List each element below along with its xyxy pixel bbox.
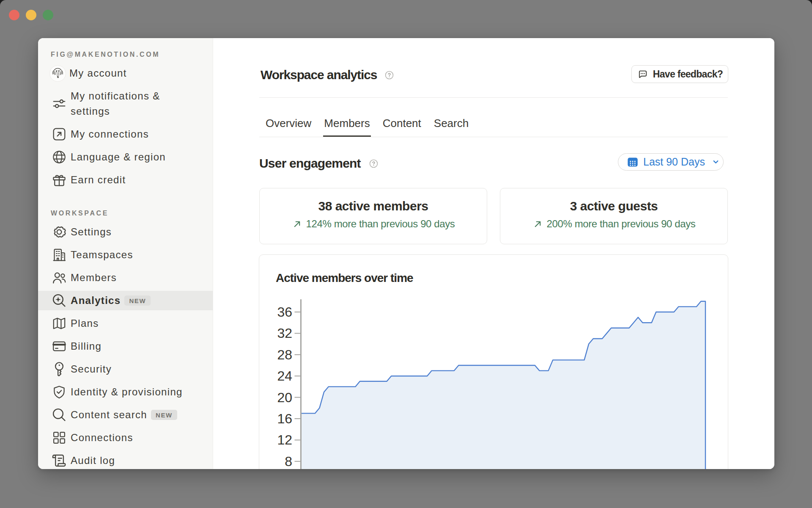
title-row: Workspace analytics	[261, 69, 394, 81]
sidebar-item-label: Audit log	[71, 453, 115, 468]
building-icon	[52, 248, 66, 262]
zoom-window-button[interactable]	[43, 10, 53, 20]
sidebar-item-label: My notifications & settings	[71, 88, 164, 119]
date-range-label: Last 90 Days	[643, 156, 705, 168]
sidebar-item-label: Identity & provisioning	[71, 384, 183, 400]
sidebar-item-my-account[interactable]: My account	[38, 62, 213, 85]
tab-search[interactable]: Search	[434, 115, 469, 137]
sidebar-item-earn-credit[interactable]: Earn credit	[38, 168, 213, 191]
tab-members[interactable]: Members	[324, 115, 370, 137]
window-controls	[9, 10, 53, 20]
stat-delta-label: 124% more than previous 90 days	[306, 218, 455, 230]
analytics-content: Workspace analytics Have feedback?	[213, 38, 774, 469]
have-feedback-button[interactable]: Have feedback?	[631, 65, 728, 83]
settings-modal: FIG@MAKENOTION.COM	[38, 38, 774, 469]
globe-icon	[52, 150, 66, 164]
help-icon[interactable]	[385, 71, 394, 80]
magnifier-icon	[52, 408, 66, 422]
stat-delta: 124% more than previous 90 days	[292, 218, 455, 230]
page-title: Workspace analytics	[261, 69, 377, 81]
stat-card-active-guests: 3 active guests 200% more than previous …	[500, 188, 728, 244]
section-title: User engagement	[259, 157, 361, 169]
svg-text:36: 36	[277, 304, 292, 320]
sidebar-item-settings[interactable]: Settings	[38, 221, 213, 243]
arrow-up-right-square-icon	[52, 127, 66, 141]
sidebar-item-label: Teamspaces	[71, 247, 133, 262]
sidebar-item-analytics[interactable]: Analytics NEW	[38, 289, 213, 312]
credit-card-icon	[52, 339, 66, 353]
new-badge: NEW	[124, 295, 151, 306]
sidebar-item-language-region[interactable]: Language & region	[38, 146, 213, 168]
svg-text:16: 16	[277, 411, 292, 426]
grid-icon	[52, 431, 66, 445]
have-feedback-label: Have feedback?	[653, 69, 723, 80]
key-icon	[52, 362, 66, 376]
sidebar-item-members[interactable]: Members	[38, 266, 213, 289]
sidebar-item-teamspaces[interactable]: Teamspaces	[38, 243, 213, 266]
sidebar-item-my-notifications-settings[interactable]: My notifications & settings	[38, 85, 213, 123]
gear-icon	[52, 225, 66, 239]
minimize-window-button[interactable]	[26, 10, 36, 20]
magnifier-sparkle-icon	[52, 293, 66, 308]
chevron-down-icon	[712, 158, 720, 166]
feedback-bubble-icon	[637, 69, 648, 80]
settings-sidebar: FIG@MAKENOTION.COM	[38, 38, 213, 469]
svg-text:24: 24	[277, 368, 292, 384]
analytics-tabs: Overview Members Content Search	[266, 115, 481, 137]
tabs-divider	[259, 137, 728, 137]
dimmed-app-background: FIG@MAKENOTION.COM	[0, 0, 812, 508]
gift-icon	[52, 173, 66, 187]
account-section-header: FIG@MAKENOTION.COM	[38, 50, 213, 59]
calendar-icon	[627, 157, 638, 167]
tab-content[interactable]: Content	[383, 115, 421, 137]
svg-text:28: 28	[277, 347, 292, 362]
sliders-icon	[52, 97, 66, 111]
sidebar-item-content-search[interactable]: Content search NEW	[38, 403, 213, 426]
sidebar-item-label: Plans	[71, 316, 99, 331]
workspace-section-header: WORKSPACE	[38, 209, 213, 218]
close-window-button[interactable]	[9, 10, 19, 20]
trend-up-icon	[292, 219, 302, 229]
account-section-list: My account My notifications & settings	[38, 62, 213, 191]
map-icon	[52, 316, 66, 331]
section-row: User engagement	[259, 157, 378, 169]
trend-up-icon	[532, 219, 543, 229]
svg-text:8: 8	[285, 454, 292, 469]
sidebar-item-label: Earn credit	[71, 172, 126, 188]
sidebar-item-label: Billing	[71, 339, 102, 354]
active-members-chart: 363228242016128	[259, 255, 729, 469]
sidebar-item-label: Members	[71, 270, 117, 285]
shield-check-icon	[52, 385, 66, 399]
stat-value: 38 active members	[318, 199, 428, 213]
sidebar-item-audit-log[interactable]: Audit log	[38, 449, 213, 469]
sidebar-item-my-connections[interactable]: My connections	[38, 123, 213, 146]
stat-value: 3 active guests	[570, 199, 658, 213]
sidebar-item-plans[interactable]: Plans	[38, 312, 213, 335]
sidebar-item-connections[interactable]: Connections	[38, 426, 213, 449]
stat-card-active-members: 38 active members 124% more than previou…	[259, 188, 487, 244]
tab-overview[interactable]: Overview	[266, 115, 311, 137]
sidebar-item-billing[interactable]: Billing	[38, 335, 213, 358]
sidebar-item-label: My connections	[71, 127, 149, 142]
workspace-section-list: Settings Teamspaces	[38, 221, 213, 469]
sidebar-item-label: Settings	[71, 224, 112, 240]
sidebar-item-label: Connections	[71, 430, 133, 445]
header-divider	[259, 97, 728, 98]
people-icon	[52, 271, 66, 285]
sidebar-item-label: Language & region	[71, 149, 166, 165]
sidebar-item-security[interactable]: Security	[38, 358, 213, 381]
svg-text:20: 20	[277, 390, 292, 405]
new-badge: NEW	[151, 410, 177, 420]
date-range-dropdown[interactable]: Last 90 Days	[618, 153, 724, 171]
sidebar-item-label: Security	[71, 362, 112, 377]
svg-text:32: 32	[277, 326, 292, 341]
stat-delta-label: 200% more than previous 90 days	[547, 218, 696, 230]
sidebar-item-identity-provisioning[interactable]: Identity & provisioning	[38, 381, 213, 403]
sidebar-item-label: Content search	[71, 407, 147, 422]
stat-delta: 200% more than previous 90 days	[532, 218, 696, 230]
sidebar-item-label: My account	[69, 66, 127, 81]
avatar	[49, 65, 66, 82]
chart-card: Active members over time 363228242016128	[259, 254, 728, 469]
sidebar-item-label: Analytics	[71, 293, 121, 308]
help-icon[interactable]	[369, 159, 378, 168]
